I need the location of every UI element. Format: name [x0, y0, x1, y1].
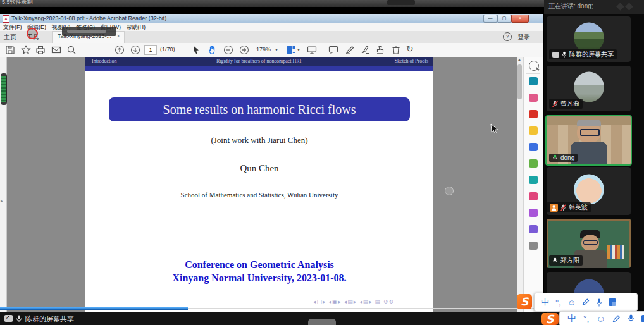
highlight-pencil-icon[interactable]	[345, 45, 355, 55]
minimize-button[interactable]: —	[483, 15, 497, 23]
edit-pdf-icon[interactable]	[529, 94, 538, 102]
conference-line2: Xinyang Normal University, 2023-01-08.	[85, 271, 433, 285]
document-viewport[interactable]: ▸ Rigidity for breathers of noncompact H…	[0, 57, 543, 319]
ime-lang-toggle[interactable]: 中	[567, 313, 576, 324]
presentation-icon[interactable]	[307, 45, 317, 55]
playback-progress-fill[interactable]	[0, 307, 188, 310]
next-page-icon[interactable]	[130, 45, 140, 55]
scrollbar-thumb[interactable]	[517, 64, 522, 99]
ime-toolbox-icon[interactable]	[609, 298, 616, 306]
participant-tile[interactable]: 陈群的屏幕共享	[547, 16, 631, 62]
beamer-nav-symbols[interactable]: ◂□▸ ◂▣▸ ◂▤▸ ◂▤▸ ▤ ↺↻	[313, 298, 394, 305]
screen-share-icon	[4, 315, 13, 322]
slide-title: Some results on harmonic Ricci flows	[109, 97, 410, 121]
bookshelf	[607, 245, 624, 259]
combine-files-icon[interactable]	[529, 143, 538, 151]
print-icon[interactable]	[35, 45, 46, 55]
collapse-chevron-icon[interactable]	[625, 3, 633, 11]
sogou-logo[interactable]: S	[541, 313, 559, 325]
speaking-status-bar: 正在讲话: dong;	[544, 0, 644, 14]
pdf-slide: Rigidity for breathers of noncompact HRF…	[85, 57, 433, 319]
previous-page-icon[interactable]	[115, 45, 125, 55]
compress-pdf-icon[interactable]	[529, 176, 538, 184]
select-tool-icon[interactable]	[191, 45, 201, 55]
participant-tile-active[interactable]: dong	[545, 115, 632, 166]
create-pdf-icon[interactable]	[529, 110, 538, 118]
participant-tile[interactable]: 韩英波	[547, 167, 631, 215]
ime-mic-icon[interactable]	[628, 314, 635, 323]
more-tools-icon[interactable]	[529, 242, 538, 250]
scrollbar-up-icon[interactable]: ▲	[517, 58, 521, 61]
close-button[interactable]: ×	[511, 15, 529, 23]
tab-close-icon[interactable]: ×	[117, 33, 120, 39]
acrobat-window: A Talk-Xinyang-2023-01-08.pdf - Adobe Ac…	[0, 14, 543, 312]
tab-home[interactable]: 主页	[4, 33, 16, 42]
zoom-level-value[interactable]: 179%	[256, 46, 271, 52]
slide-author: Qun Chen	[85, 163, 433, 174]
fill-sign-icon[interactable]	[361, 45, 371, 55]
ime-pencil-icon[interactable]	[582, 298, 590, 306]
collapse-chevron-icon[interactable]	[616, 3, 624, 11]
sign-in-button[interactable]: 登录	[517, 33, 530, 42]
ime-pencil-icon[interactable]	[612, 315, 621, 323]
ime-mic-icon[interactable]	[596, 298, 602, 307]
slide-section-center: Rigidity for breathers of noncompact HRF	[85, 57, 433, 66]
menu-help[interactable]: 帮助(H)	[127, 23, 146, 31]
tools-pane	[523, 57, 543, 319]
email-icon[interactable]	[51, 45, 61, 55]
mic-muted-icon	[552, 101, 558, 107]
stamp-icon[interactable]	[375, 45, 385, 55]
ime-lang-toggle[interactable]: 中	[541, 297, 549, 308]
ime-toolbox-icon[interactable]	[641, 315, 644, 322]
ime-emoji-icon[interactable]: ☺	[567, 298, 576, 307]
acrobat-title-bar[interactable]: A Talk-Xinyang-2023-01-08.pdf - Adobe Ac…	[0, 14, 543, 23]
ime-emoji-icon[interactable]: ☺	[597, 314, 605, 324]
recorder-title-bar: 5.5软件录制	[0, 0, 544, 7]
certificates-icon[interactable]	[529, 225, 538, 233]
delete-icon[interactable]	[391, 45, 401, 55]
avatar	[574, 23, 604, 53]
restore-button[interactable]: ▢	[497, 15, 511, 23]
participant-name: dong	[560, 154, 574, 161]
recorder-tooltip	[62, 27, 116, 36]
mic-on-icon	[562, 51, 567, 58]
participant-name: 郑方阳	[560, 256, 579, 265]
participant-name: 曾凡裔	[560, 99, 579, 108]
save-icon[interactable]	[5, 45, 15, 55]
hand-tool-icon[interactable]	[207, 45, 218, 55]
page-number-input[interactable]: 1	[144, 45, 157, 55]
page-view-caret-icon[interactable]: ▼	[297, 48, 300, 52]
comment-icon[interactable]	[328, 45, 338, 55]
recorder-status-fragment	[387, 0, 415, 5]
help-icon[interactable]: ?	[503, 32, 512, 41]
participant-tile[interactable]: 郑方阳	[547, 219, 631, 268]
panel-expand-icon[interactable]: ▸	[1, 199, 3, 204]
search-icon[interactable]	[66, 45, 77, 55]
slide-joint-work: (Joint work with Jiarui Chen)	[85, 135, 433, 145]
zoom-out-icon[interactable]	[223, 45, 233, 55]
zoom-caret-icon[interactable]: ▼	[275, 48, 278, 52]
fill-sign-tool-icon[interactable]	[529, 192, 538, 200]
export-pdf-icon[interactable]	[529, 77, 538, 85]
recording-indicator-icon[interactable]	[27, 28, 38, 39]
host-badge-icon	[550, 204, 558, 212]
zoom-in-icon[interactable]	[239, 45, 249, 55]
star-icon[interactable]	[21, 45, 31, 55]
pane-search-icon[interactable]	[529, 61, 539, 71]
comment-tool-icon[interactable]	[529, 126, 538, 135]
prepare-form-icon[interactable]	[529, 209, 538, 217]
toolbar-divider	[185, 45, 185, 54]
sogou-logo[interactable]: S	[517, 294, 532, 309]
bottom-center-popup	[308, 319, 336, 325]
pane-divider	[526, 73, 540, 74]
mic-on-icon	[552, 154, 558, 161]
ime-toolbar-shared: 中 °, ☺	[559, 311, 644, 325]
ime-punctuation-toggle[interactable]: °,	[583, 314, 590, 324]
page-view-icon[interactable]	[286, 45, 296, 55]
menu-file[interactable]: 文件(F)	[3, 23, 22, 31]
mic-muted-icon	[560, 204, 566, 211]
participant-tile[interactable]: 曾凡裔	[547, 66, 631, 111]
ime-punctuation-toggle[interactable]: °,	[555, 298, 561, 307]
organize-pages-icon[interactable]	[529, 159, 538, 168]
rotate-icon[interactable]: ↻	[406, 44, 414, 54]
